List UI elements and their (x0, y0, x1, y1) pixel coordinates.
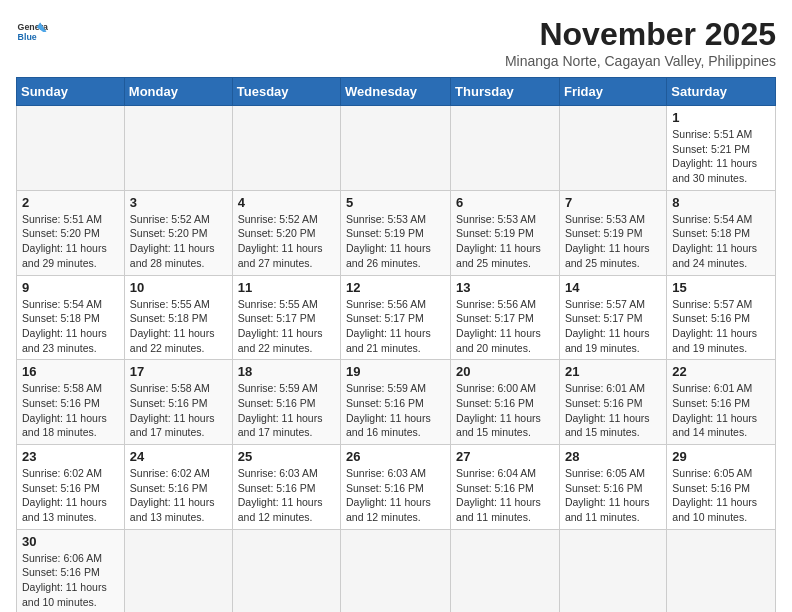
day-info: Sunrise: 5:51 AMSunset: 5:20 PMDaylight:… (22, 212, 119, 271)
calendar-day-cell: 19Sunrise: 5:59 AMSunset: 5:16 PMDayligh… (341, 360, 451, 445)
calendar-day-cell: 25Sunrise: 6:03 AMSunset: 5:16 PMDayligh… (232, 445, 340, 530)
day-info: Sunrise: 5:53 AMSunset: 5:19 PMDaylight:… (565, 212, 661, 271)
calendar-day-cell (667, 529, 776, 612)
day-number: 29 (672, 449, 770, 464)
day-number: 26 (346, 449, 445, 464)
day-info: Sunrise: 5:58 AMSunset: 5:16 PMDaylight:… (22, 381, 119, 440)
calendar-day-cell: 20Sunrise: 6:00 AMSunset: 5:16 PMDayligh… (451, 360, 560, 445)
day-number: 11 (238, 280, 335, 295)
calendar-day-cell (124, 106, 232, 191)
calendar-day-cell: 1Sunrise: 5:51 AMSunset: 5:21 PMDaylight… (667, 106, 776, 191)
weekday-header-saturday: Saturday (667, 78, 776, 106)
calendar-day-cell: 23Sunrise: 6:02 AMSunset: 5:16 PMDayligh… (17, 445, 125, 530)
calendar-day-cell: 24Sunrise: 6:02 AMSunset: 5:16 PMDayligh… (124, 445, 232, 530)
day-number: 9 (22, 280, 119, 295)
calendar-day-cell: 28Sunrise: 6:05 AMSunset: 5:16 PMDayligh… (559, 445, 666, 530)
day-info: Sunrise: 6:06 AMSunset: 5:16 PMDaylight:… (22, 551, 119, 610)
calendar-week-row: 2Sunrise: 5:51 AMSunset: 5:20 PMDaylight… (17, 190, 776, 275)
day-number: 13 (456, 280, 554, 295)
weekday-header-tuesday: Tuesday (232, 78, 340, 106)
day-number: 4 (238, 195, 335, 210)
location-title: Minanga Norte, Cagayan Valley, Philippin… (505, 53, 776, 69)
day-info: Sunrise: 6:01 AMSunset: 5:16 PMDaylight:… (672, 381, 770, 440)
day-info: Sunrise: 5:58 AMSunset: 5:16 PMDaylight:… (130, 381, 227, 440)
calendar-day-cell: 4Sunrise: 5:52 AMSunset: 5:20 PMDaylight… (232, 190, 340, 275)
calendar-day-cell: 15Sunrise: 5:57 AMSunset: 5:16 PMDayligh… (667, 275, 776, 360)
calendar-day-cell: 12Sunrise: 5:56 AMSunset: 5:17 PMDayligh… (341, 275, 451, 360)
calendar-day-cell (124, 529, 232, 612)
calendar-day-cell (232, 106, 340, 191)
day-info: Sunrise: 5:54 AMSunset: 5:18 PMDaylight:… (22, 297, 119, 356)
day-info: Sunrise: 6:04 AMSunset: 5:16 PMDaylight:… (456, 466, 554, 525)
calendar-day-cell: 6Sunrise: 5:53 AMSunset: 5:19 PMDaylight… (451, 190, 560, 275)
day-info: Sunrise: 5:57 AMSunset: 5:17 PMDaylight:… (565, 297, 661, 356)
calendar-day-cell: 2Sunrise: 5:51 AMSunset: 5:20 PMDaylight… (17, 190, 125, 275)
day-number: 7 (565, 195, 661, 210)
day-info: Sunrise: 6:01 AMSunset: 5:16 PMDaylight:… (565, 381, 661, 440)
calendar-day-cell: 3Sunrise: 5:52 AMSunset: 5:20 PMDaylight… (124, 190, 232, 275)
day-number: 2 (22, 195, 119, 210)
day-number: 22 (672, 364, 770, 379)
day-number: 16 (22, 364, 119, 379)
day-number: 19 (346, 364, 445, 379)
day-info: Sunrise: 5:55 AMSunset: 5:18 PMDaylight:… (130, 297, 227, 356)
title-block: November 2025 Minanga Norte, Cagayan Val… (505, 16, 776, 69)
day-info: Sunrise: 5:53 AMSunset: 5:19 PMDaylight:… (346, 212, 445, 271)
logo: General Blue (16, 16, 48, 48)
day-info: Sunrise: 5:56 AMSunset: 5:17 PMDaylight:… (346, 297, 445, 356)
calendar-day-cell (17, 106, 125, 191)
page-header: General Blue November 2025 Minanga Norte… (16, 16, 776, 69)
calendar-table: SundayMondayTuesdayWednesdayThursdayFrid… (16, 77, 776, 612)
day-info: Sunrise: 5:54 AMSunset: 5:18 PMDaylight:… (672, 212, 770, 271)
day-number: 1 (672, 110, 770, 125)
calendar-day-cell: 29Sunrise: 6:05 AMSunset: 5:16 PMDayligh… (667, 445, 776, 530)
calendar-day-cell: 10Sunrise: 5:55 AMSunset: 5:18 PMDayligh… (124, 275, 232, 360)
calendar-day-cell (341, 106, 451, 191)
calendar-day-cell (451, 529, 560, 612)
calendar-day-cell: 11Sunrise: 5:55 AMSunset: 5:17 PMDayligh… (232, 275, 340, 360)
day-number: 23 (22, 449, 119, 464)
weekday-header-wednesday: Wednesday (341, 78, 451, 106)
day-number: 18 (238, 364, 335, 379)
day-number: 10 (130, 280, 227, 295)
day-info: Sunrise: 6:05 AMSunset: 5:16 PMDaylight:… (565, 466, 661, 525)
calendar-day-cell: 17Sunrise: 5:58 AMSunset: 5:16 PMDayligh… (124, 360, 232, 445)
calendar-day-cell: 27Sunrise: 6:04 AMSunset: 5:16 PMDayligh… (451, 445, 560, 530)
day-info: Sunrise: 6:03 AMSunset: 5:16 PMDaylight:… (238, 466, 335, 525)
day-info: Sunrise: 5:53 AMSunset: 5:19 PMDaylight:… (456, 212, 554, 271)
day-info: Sunrise: 5:56 AMSunset: 5:17 PMDaylight:… (456, 297, 554, 356)
month-title: November 2025 (505, 16, 776, 53)
day-number: 17 (130, 364, 227, 379)
calendar-day-cell (232, 529, 340, 612)
day-info: Sunrise: 5:52 AMSunset: 5:20 PMDaylight:… (238, 212, 335, 271)
weekday-header-friday: Friday (559, 78, 666, 106)
calendar-day-cell: 26Sunrise: 6:03 AMSunset: 5:16 PMDayligh… (341, 445, 451, 530)
day-info: Sunrise: 5:59 AMSunset: 5:16 PMDaylight:… (238, 381, 335, 440)
day-info: Sunrise: 6:03 AMSunset: 5:16 PMDaylight:… (346, 466, 445, 525)
weekday-header-row: SundayMondayTuesdayWednesdayThursdayFrid… (17, 78, 776, 106)
weekday-header-sunday: Sunday (17, 78, 125, 106)
calendar-day-cell: 13Sunrise: 5:56 AMSunset: 5:17 PMDayligh… (451, 275, 560, 360)
day-info: Sunrise: 6:05 AMSunset: 5:16 PMDaylight:… (672, 466, 770, 525)
weekday-header-monday: Monday (124, 78, 232, 106)
day-number: 12 (346, 280, 445, 295)
day-info: Sunrise: 5:52 AMSunset: 5:20 PMDaylight:… (130, 212, 227, 271)
day-info: Sunrise: 6:00 AMSunset: 5:16 PMDaylight:… (456, 381, 554, 440)
calendar-day-cell (341, 529, 451, 612)
svg-text:Blue: Blue (18, 32, 37, 42)
calendar-week-row: 1Sunrise: 5:51 AMSunset: 5:21 PMDaylight… (17, 106, 776, 191)
calendar-day-cell: 9Sunrise: 5:54 AMSunset: 5:18 PMDaylight… (17, 275, 125, 360)
calendar-day-cell (451, 106, 560, 191)
day-number: 27 (456, 449, 554, 464)
day-number: 24 (130, 449, 227, 464)
calendar-day-cell: 18Sunrise: 5:59 AMSunset: 5:16 PMDayligh… (232, 360, 340, 445)
day-info: Sunrise: 6:02 AMSunset: 5:16 PMDaylight:… (22, 466, 119, 525)
day-number: 25 (238, 449, 335, 464)
calendar-week-row: 23Sunrise: 6:02 AMSunset: 5:16 PMDayligh… (17, 445, 776, 530)
day-info: Sunrise: 6:02 AMSunset: 5:16 PMDaylight:… (130, 466, 227, 525)
calendar-day-cell: 21Sunrise: 6:01 AMSunset: 5:16 PMDayligh… (559, 360, 666, 445)
day-number: 30 (22, 534, 119, 549)
calendar-day-cell (559, 106, 666, 191)
day-number: 14 (565, 280, 661, 295)
calendar-day-cell: 8Sunrise: 5:54 AMSunset: 5:18 PMDaylight… (667, 190, 776, 275)
